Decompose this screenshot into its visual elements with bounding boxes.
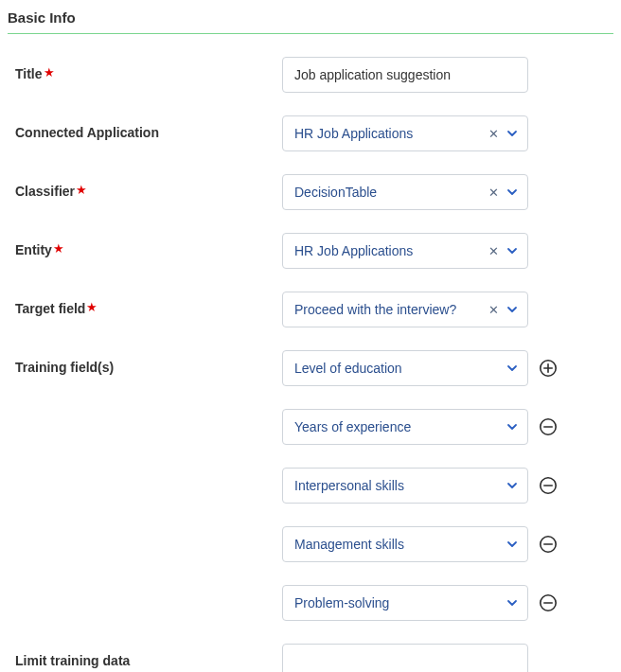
action-col	[528, 409, 559, 445]
action-col	[528, 350, 559, 386]
label-training-fields: Training field(s)	[15, 360, 114, 375]
chevron-down-icon[interactable]	[506, 363, 518, 374]
row-entity: Entity★ HR Job Applications ✕	[8, 233, 613, 269]
select-value: HR Job Applications	[294, 243, 487, 258]
select-value: DecisionTable	[294, 185, 487, 200]
label-col: Title★	[8, 57, 282, 81]
select-value: Level of education	[294, 361, 506, 376]
label-classifier: Classifier	[15, 184, 75, 199]
training-field-row: Problem-solving	[282, 585, 559, 621]
input-col	[282, 57, 528, 93]
required-star-icon: ★	[53, 241, 64, 256]
required-star-icon: ★	[86, 300, 98, 314]
training-field-select[interactable]: Level of education	[282, 350, 528, 386]
label-col: Entity★	[8, 233, 282, 257]
training-field-row: Management skills	[282, 526, 559, 562]
section-title: Basic Info	[8, 9, 76, 26]
title-input[interactable]	[282, 57, 528, 93]
select-controls: ✕	[487, 302, 518, 318]
chevron-down-icon[interactable]	[506, 304, 518, 315]
row-limit-training-data: Limit training data	[8, 644, 613, 672]
chevron-down-icon[interactable]	[506, 186, 518, 198]
required-star-icon: ★	[44, 65, 55, 80]
input-col: Interpersonal skills	[282, 468, 528, 504]
training-field-row: Years of experience	[282, 409, 559, 445]
action-col	[528, 585, 559, 621]
clear-icon[interactable]: ✕	[487, 126, 501, 142]
remove-field-button[interactable]	[538, 416, 559, 437]
row-target-field: Target field★ Proceed with the interview…	[8, 292, 613, 327]
chevron-down-icon[interactable]	[506, 421, 518, 433]
limit-training-data-input[interactable]	[282, 644, 528, 672]
chevron-down-icon[interactable]	[506, 480, 518, 491]
action-col	[528, 468, 559, 504]
label-entity: Entity	[15, 242, 52, 257]
clear-icon[interactable]: ✕	[487, 243, 501, 259]
target-field-select[interactable]: Proceed with the interview? ✕	[282, 292, 528, 327]
classifier-select[interactable]: DecisionTable ✕	[282, 174, 528, 210]
input-col	[282, 644, 528, 672]
select-controls: ✕	[487, 126, 518, 142]
input-col: HR Job Applications ✕	[282, 233, 528, 269]
training-field-select[interactable]: Years of experience	[282, 409, 528, 445]
select-controls: ✕	[487, 243, 518, 259]
training-field-row: Level of education	[282, 350, 559, 386]
connected-application-select[interactable]: HR Job Applications ✕	[282, 115, 528, 151]
clear-icon[interactable]: ✕	[487, 302, 501, 318]
select-controls	[506, 597, 518, 609]
remove-field-button[interactable]	[538, 592, 559, 613]
label-col: Connected Application	[8, 115, 282, 140]
label-target-field: Target field	[15, 301, 85, 316]
chevron-down-icon[interactable]	[506, 597, 518, 609]
input-col: Problem-solving	[282, 585, 528, 621]
input-col: DecisionTable ✕	[282, 174, 528, 210]
input-col: Management skills	[282, 526, 528, 562]
label-title: Title	[15, 66, 43, 81]
input-col: Years of experience	[282, 409, 528, 445]
select-controls	[506, 363, 518, 374]
select-value: Interpersonal skills	[294, 478, 506, 493]
label-col: Target field★	[8, 292, 282, 316]
remove-field-button[interactable]	[538, 534, 559, 555]
row-title: Title★	[8, 57, 613, 93]
section-header: Basic Info	[8, 4, 613, 34]
remove-field-button[interactable]	[538, 475, 559, 496]
select-value: Management skills	[294, 537, 506, 552]
row-training-fields: Training field(s) Level of educationYear…	[8, 350, 613, 621]
select-value: Years of experience	[294, 419, 506, 434]
chevron-down-icon[interactable]	[506, 128, 518, 139]
training-field-row: Interpersonal skills	[282, 468, 559, 504]
training-field-select[interactable]: Interpersonal skills	[282, 468, 528, 504]
label-col: Classifier★	[8, 174, 282, 199]
select-controls	[506, 539, 518, 550]
entity-select[interactable]: HR Job Applications ✕	[282, 233, 528, 269]
select-controls: ✕	[487, 185, 518, 201]
select-controls	[506, 480, 518, 491]
training-field-select[interactable]: Problem-solving	[282, 585, 528, 621]
chevron-down-icon[interactable]	[506, 245, 518, 256]
row-connected-application: Connected Application HR Job Application…	[8, 115, 613, 151]
row-classifier: Classifier★ DecisionTable ✕	[8, 174, 613, 210]
training-fields-list: Level of educationYears of experienceInt…	[282, 350, 559, 621]
label-connected-application: Connected Application	[15, 125, 159, 140]
action-col	[528, 526, 559, 562]
input-col: HR Job Applications ✕	[282, 115, 528, 151]
input-col: Level of education	[282, 350, 528, 386]
chevron-down-icon[interactable]	[506, 539, 518, 550]
label-limit-training-data: Limit training data	[15, 653, 130, 668]
required-star-icon: ★	[76, 183, 87, 197]
input-col: Proceed with the interview? ✕	[282, 292, 528, 327]
clear-icon[interactable]: ✕	[487, 185, 501, 201]
label-col: Limit training data	[8, 644, 282, 668]
select-controls	[506, 421, 518, 433]
label-col: Training field(s)	[8, 350, 282, 375]
training-field-select[interactable]: Management skills	[282, 526, 528, 562]
add-field-button[interactable]	[538, 358, 559, 379]
select-value: Problem-solving	[294, 595, 506, 610]
select-value: HR Job Applications	[294, 126, 487, 141]
select-value: Proceed with the interview?	[294, 302, 487, 317]
